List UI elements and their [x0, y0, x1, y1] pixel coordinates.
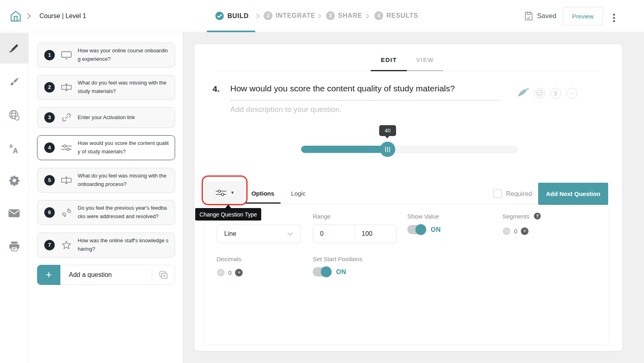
question-number-badge: 4 [44, 142, 55, 153]
question-item-2[interactable]: 2 What do you feel was missing with the … [37, 75, 175, 100]
ai-feather-icon [516, 86, 530, 98]
caret-down-icon: ▼ [231, 190, 235, 195]
sidebar-item-globe[interactable] [0, 100, 28, 130]
question-item-text: How was the online staff's knowledge sha… [78, 237, 169, 254]
step-chevron-icon [318, 13, 321, 19]
sidebar-item-translate[interactable]: a A [0, 133, 28, 163]
plus-button[interactable]: + [235, 269, 243, 276]
slider-icon [60, 143, 72, 152]
start-positions-label: Set Start Positions [313, 256, 362, 262]
show-value-toggle[interactable] [407, 225, 425, 234]
segments-help-badge[interactable]: ? [534, 212, 541, 221]
star-icon [60, 240, 72, 250]
home-button[interactable] [9, 9, 23, 25]
chevron-down-icon [287, 232, 293, 236]
svg-text:A: A [13, 146, 18, 154]
question-number-badge: 6 [44, 207, 55, 218]
help-icon: ? [534, 212, 541, 220]
question-item-text: Do you feel the previous year's feedback… [78, 204, 169, 221]
sidebar-item-email[interactable] [0, 198, 28, 229]
globe-icon [8, 109, 20, 121]
sidebar-item-design[interactable] [0, 67, 28, 97]
tab-edit-underline [371, 70, 407, 71]
pencil-icon [8, 42, 20, 54]
step-label: BUILD [227, 12, 249, 20]
question-number-badge: 2 [44, 82, 55, 93]
add-question-label: Add a question [69, 271, 152, 278]
printer-icon [8, 241, 20, 252]
dollar-icon: $ [554, 90, 557, 97]
range-max-input[interactable]: 100 [355, 225, 396, 243]
question-description-placeholder[interactable]: Add description to your question. [230, 105, 342, 114]
variable-button[interactable]: $ [550, 88, 561, 99]
start-positions-toggle[interactable] [313, 267, 330, 276]
add-question-button[interactable]: + Add a question [37, 265, 175, 285]
welcome-screen-icon [60, 50, 72, 60]
tab-options-underline [245, 202, 281, 204]
question-item-4-selected[interactable]: 4 How would you score the content qualit… [37, 135, 175, 160]
question-item-text: How would you score the content quality … [78, 139, 169, 156]
sidebar-item-print[interactable] [0, 231, 28, 262]
preview-button[interactable]: Preview [563, 7, 603, 25]
slider-handle[interactable] [380, 142, 395, 157]
decimals-label: Decimals [217, 256, 242, 262]
question-number: 4. [213, 84, 220, 94]
change-question-type-tooltip: Change Question Type [195, 208, 261, 221]
show-value-label: Show Value [407, 213, 439, 220]
add-next-question-button[interactable]: Add Next Question [538, 183, 608, 205]
plus-button[interactable]: + [521, 227, 528, 235]
translate-icon: a A [8, 142, 20, 154]
question-number-badge: 7 [44, 240, 55, 250]
required-label: Required [506, 190, 532, 198]
question-item-1[interactable]: 1 How was your online course onboarding … [37, 43, 175, 68]
svg-text:a: a [9, 142, 12, 149]
tab-logic[interactable]: Logic [281, 190, 316, 197]
sidebar-item-build[interactable] [0, 33, 28, 64]
step-label: SHARE [338, 12, 362, 19]
decimals-stepper: − 0 + [217, 269, 243, 276]
slider-fill [301, 146, 388, 153]
required-checkbox[interactable] [493, 190, 502, 198]
question-item-3[interactable]: 3 Enter your Activation link [37, 107, 175, 128]
slider-value: 40 [385, 128, 390, 134]
plus-icon: + [37, 265, 60, 285]
step-results[interactable]: 4 RESULTS [374, 11, 418, 20]
question-number-badge: 5 [44, 175, 55, 186]
show-value-state: ON [431, 226, 441, 233]
ai-assist-button[interactable] [516, 86, 530, 100]
slider-type-dropdown[interactable]: Line [217, 225, 301, 243]
question-type-chooser[interactable]: ▼ [204, 181, 245, 204]
text-input-icon [60, 83, 72, 92]
sidebar-item-settings[interactable] [0, 165, 28, 196]
step-integrate[interactable]: 2 INTEGRATE [264, 11, 315, 20]
options-panel: Range Show Value Segments ? Line 0 100 [204, 205, 608, 344]
step-label: INTEGRATE [276, 12, 315, 19]
tab-view[interactable]: VIEW [407, 56, 443, 63]
minus-button[interactable]: − [503, 227, 510, 235]
question-list-panel: 1 How was your online course onboarding … [29, 32, 183, 363]
tool-sidebar: a A [0, 32, 29, 363]
emoji-button[interactable] [534, 88, 545, 99]
question-item-5[interactable]: 5 What do you feel was missing with the … [37, 168, 175, 193]
step-share[interactable]: 3 SHARE [326, 11, 362, 20]
step-build[interactable]: BUILD [215, 11, 249, 21]
tab-options[interactable]: Options [245, 190, 281, 197]
minus-button[interactable]: − [217, 269, 225, 276]
start-positions-state: ON [336, 268, 346, 276]
app-window: Course | Level 1 BUILD 2 INTEGRATE 3 SHA… [0, 0, 644, 363]
paintbrush-icon [8, 76, 20, 88]
question-item-7[interactable]: 7 How was the online staff's knowledge s… [37, 233, 175, 258]
saved-status: Saved [537, 12, 556, 20]
duplicate-question-button[interactable] [152, 270, 175, 280]
tab-edit[interactable]: EDIT [371, 56, 407, 63]
segments-stepper: − 0 + [503, 227, 528, 235]
save-icon [523, 10, 534, 22]
question-item-6[interactable]: 6 Do you feel the previous year's feedba… [37, 200, 175, 225]
range-min-input[interactable]: 0 [313, 225, 355, 243]
more-menu-button[interactable] [611, 11, 617, 25]
question-title-input[interactable]: How would you score the content quality … [230, 84, 499, 101]
more-options-button[interactable]: ··· [566, 88, 577, 99]
link-icon [60, 112, 72, 123]
top-header: Course | Level 1 BUILD 2 INTEGRATE 3 SHA… [0, 0, 644, 32]
breadcrumb[interactable]: Course | Level 1 [39, 12, 86, 20]
